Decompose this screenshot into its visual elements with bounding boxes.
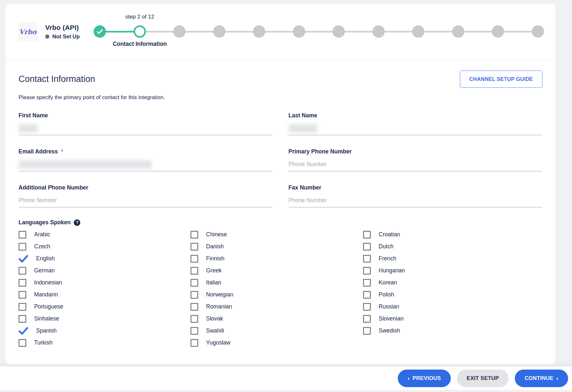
language-option-hungarian[interactable]: Hungarian: [363, 265, 542, 277]
exit-setup-button[interactable]: EXIT SETUP: [457, 370, 509, 387]
previous-button-label: PREVIOUS: [412, 375, 441, 381]
checkbox-russian[interactable]: [363, 303, 371, 311]
fax-number-field: Fax NumberPhone Number: [289, 184, 543, 207]
language-option-indonesian[interactable]: Indonesian: [19, 277, 190, 289]
checkbox-slovenian[interactable]: [363, 315, 371, 323]
language-name: Portuguese: [34, 303, 63, 310]
wizard-footer: ‹ PREVIOUS EXIT SETUP CONTINUE ›: [0, 366, 572, 390]
language-option-slovak[interactable]: Slovak: [190, 313, 363, 325]
checkbox-finnish[interactable]: [190, 255, 198, 263]
checkbox-norwegian[interactable]: [190, 291, 198, 299]
language-name: Slovenian: [379, 315, 404, 322]
language-option-portuguese[interactable]: Portuguese: [19, 301, 190, 313]
step-2-dot: [134, 25, 146, 38]
language-option-turkish[interactable]: Turkish: [19, 337, 190, 349]
primary-phone-input[interactable]: Phone Number: [289, 158, 543, 171]
step-6-dot: [293, 25, 305, 38]
checkbox-portuguese[interactable]: [19, 303, 26, 311]
checkbox-croatian[interactable]: [363, 231, 371, 239]
checkbox-turkish[interactable]: [19, 339, 26, 347]
continue-button[interactable]: CONTINUE ›: [515, 370, 568, 387]
vrbo-logo-icon: Vrbo: [19, 28, 36, 36]
language-option-croatian[interactable]: Croatian: [363, 229, 542, 241]
language-option-finnish[interactable]: Finnish: [190, 253, 363, 265]
language-option-danish[interactable]: Danish: [190, 241, 363, 253]
checkbox-slovak[interactable]: [190, 315, 198, 323]
language-option-swahili[interactable]: Swahili: [190, 325, 363, 337]
contact-form: First NameLast NameEmail Address*Primary…: [19, 112, 542, 207]
stepper-dots: [94, 25, 544, 38]
checkbox-mandarin[interactable]: [19, 291, 26, 299]
step-progress-label: step 2 of 12: [125, 14, 154, 20]
language-option-arabic[interactable]: Arabic: [19, 229, 190, 241]
checkbox-korean[interactable]: [363, 279, 371, 287]
language-name: French: [379, 255, 396, 262]
language-name: Swahili: [206, 327, 224, 334]
email-label: Email Address*: [19, 148, 273, 155]
continue-button-label: CONTINUE: [525, 375, 553, 381]
first-name-input[interactable]: [19, 122, 273, 135]
status-dot-icon: [45, 34, 49, 39]
checkbox-indonesian[interactable]: [19, 279, 26, 287]
email-input[interactable]: [19, 158, 273, 171]
blue-check-icon[interactable]: [19, 327, 28, 335]
language-option-spanish[interactable]: Spanish: [19, 325, 190, 337]
language-option-italian[interactable]: Italian: [190, 277, 363, 289]
language-option-sinhalese[interactable]: Sinhalese: [19, 313, 190, 325]
checkbox-swahili[interactable]: [190, 327, 198, 335]
language-option-slovenian[interactable]: Slovenian: [363, 313, 542, 325]
language-option-russian[interactable]: Russian: [363, 301, 542, 313]
checkbox-sinhalese[interactable]: [19, 315, 26, 323]
language-option-chinese[interactable]: Chinese: [190, 229, 363, 241]
language-name: Swedish: [379, 327, 400, 334]
language-option-romanian[interactable]: Romanian: [190, 301, 363, 313]
checkbox-romanian[interactable]: [190, 303, 198, 311]
language-name: Croatian: [379, 231, 400, 238]
languages-spoken-label: Languages Spoken: [19, 219, 71, 226]
languages-label-row: Languages Spoken ?: [19, 219, 542, 226]
language-option-english[interactable]: English: [19, 253, 190, 265]
language-name: Finnish: [206, 255, 224, 262]
language-option-greek[interactable]: Greek: [190, 265, 363, 277]
language-option-czech[interactable]: Czech: [19, 241, 190, 253]
last-name-input[interactable]: [289, 122, 543, 135]
checkbox-arabic[interactable]: [19, 231, 26, 239]
checkbox-danish[interactable]: [190, 243, 198, 251]
additional-phone-input[interactable]: Phone Number: [19, 194, 273, 207]
language-option-swedish[interactable]: Swedish: [363, 325, 542, 337]
language-option-german[interactable]: German: [19, 265, 190, 277]
language-option-norwegian[interactable]: Norwegian: [190, 289, 363, 301]
help-icon[interactable]: ?: [74, 219, 80, 226]
fax-number-input[interactable]: Phone Number: [289, 194, 543, 207]
language-option-dutch[interactable]: Dutch: [363, 241, 542, 253]
language-name: Czech: [34, 243, 50, 250]
checkbox-italian[interactable]: [190, 279, 198, 287]
checkbox-polish[interactable]: [363, 291, 371, 299]
checkbox-french[interactable]: [363, 255, 371, 263]
language-option-yugoslaw[interactable]: Yugoslaw: [190, 337, 363, 349]
chevron-left-icon: ‹: [408, 375, 410, 381]
email-redacted-value: [19, 160, 152, 169]
previous-button[interactable]: ‹ PREVIOUS: [398, 370, 451, 387]
language-option-mandarin[interactable]: Mandarin: [19, 289, 190, 301]
language-option-french[interactable]: French: [363, 253, 542, 265]
checkbox-swedish[interactable]: [363, 327, 371, 335]
checkbox-yugoslaw[interactable]: [190, 339, 198, 347]
language-name: Dutch: [379, 243, 394, 250]
channel-setup-guide-button[interactable]: CHANNEL SETUP GUIDE: [460, 71, 542, 88]
language-name: Yugoslaw: [206, 339, 230, 346]
checkbox-german[interactable]: [19, 267, 26, 275]
language-option-korean[interactable]: Korean: [363, 277, 542, 289]
channel-logo: Vrbo: [18, 22, 37, 41]
language-name: English: [36, 255, 55, 262]
checkbox-dutch[interactable]: [363, 243, 371, 251]
checkbox-czech[interactable]: [19, 243, 26, 251]
checkbox-greek[interactable]: [190, 267, 198, 275]
language-name: Indonesian: [34, 279, 62, 286]
wizard-header: Vrbo Vrbo (API) Not Set Up step 2 of 12 …: [6, 4, 555, 59]
checkbox-chinese[interactable]: [190, 231, 198, 239]
blue-check-icon[interactable]: [19, 255, 28, 263]
language-option-polish[interactable]: Polish: [363, 289, 542, 301]
checkbox-hungarian[interactable]: [363, 267, 371, 275]
language-name: Spanish: [36, 327, 57, 334]
